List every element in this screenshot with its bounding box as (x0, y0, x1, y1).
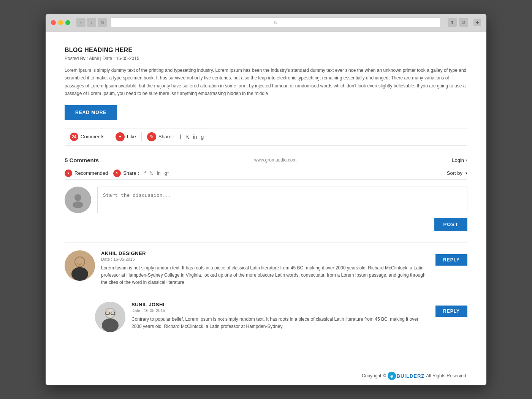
like-social-item[interactable]: ♥ Like (110, 132, 142, 141)
reply-button-2[interactable]: REPLY (435, 306, 467, 317)
address-bar[interactable]: ↻ (111, 17, 441, 27)
commenter-date-2: Date : 16-05-2015 (131, 308, 429, 313)
comment-text-1: Lorem Ipsum is not simply random text. I… (101, 264, 429, 287)
discussion-textarea[interactable] (97, 187, 467, 213)
share-social-item: ↻ Share : f 𝕏 in g⁺ (142, 132, 212, 141)
footer-rights: All Rights Reserved. (426, 373, 467, 378)
comment-input-box: POST (97, 187, 467, 231)
browser-actions: ⬆ ⧉ (448, 18, 468, 27)
page-footer: Copyright © e BUILDERZ All Rights Reserv… (46, 366, 486, 385)
browser-dots (51, 20, 70, 25)
minimize-dot[interactable] (58, 20, 63, 25)
heart-icon: ♥ (116, 132, 125, 141)
share-icon: ↻ (147, 132, 156, 141)
close-dot[interactable] (51, 20, 56, 25)
commenter2-avatar-image (95, 302, 125, 332)
read-more-button[interactable]: READ MORE (65, 105, 117, 120)
blog-heading: BLOG HEADING HERE (65, 47, 467, 54)
comment-entry-2: SUNIL JOSHI Date : 16-05-2015 Contrary t… (65, 294, 467, 340)
toolbar-googleplus-icon[interactable]: g⁺ (165, 171, 169, 176)
svg-point-4 (71, 267, 88, 281)
recommended-item[interactable]: ♥ Recommended (65, 169, 108, 177)
recommended-label: Recommended (74, 170, 108, 176)
linkedin-icon[interactable]: in (193, 134, 197, 140)
maximize-dot[interactable] (65, 20, 70, 25)
sort-by-dropdown[interactable]: Sort by ▾ (447, 170, 467, 176)
post-btn-row: POST (97, 218, 467, 231)
commenter-avatar-2 (95, 302, 125, 332)
brand-logo: e BUILDERZ (388, 372, 425, 380)
share-action-button[interactable]: ⬆ (448, 18, 457, 27)
svg-point-8 (102, 318, 119, 332)
svg-point-1 (73, 201, 83, 208)
tab-button[interactable]: ⊡ (98, 18, 107, 27)
comment-entry-1: AKHIL DESIGNER Date : 16-05-2015 Lorem I… (65, 242, 467, 294)
comment-text-2: Contrary to popular belief, Lorem Ipsum … (131, 316, 429, 330)
new-tab-button[interactable]: + (473, 19, 481, 26)
sort-by-label: Sort by (447, 170, 462, 176)
svg-point-5 (75, 257, 84, 266)
commenter1-avatar-image (65, 250, 95, 281)
comments-toolbar: ♥ Recommended ↻ Share : f 𝕏 in g⁺ (65, 167, 467, 180)
share-label: Share : (158, 134, 174, 139)
toolbar-share-label: Share : (123, 170, 139, 176)
comments-header: 5 Comments www.gromaudio.com Login ▾ (65, 157, 467, 163)
googleplus-icon[interactable]: g⁺ (201, 134, 206, 140)
blog-post: BLOG HEADING HERE Posted By : Akhil | Da… (65, 47, 467, 128)
comments-label: Comments (81, 134, 104, 139)
brand-name: BUILDERZ (397, 373, 425, 379)
blog-body: Lorem Ipsum is simply dummy text of the … (65, 66, 467, 98)
bookmark-button[interactable]: ⧉ (459, 18, 468, 27)
comment-input-row: POST (65, 187, 467, 231)
toolbar-share-item: ↻ Share : f 𝕏 in g⁺ (113, 169, 169, 177)
toolbar-facebook-icon[interactable]: f (144, 171, 146, 176)
comment-body-col-2: SUNIL JOSHI Date : 16-05-2015 Contrary t… (131, 302, 429, 330)
footer-copyright: Copyright © (362, 373, 386, 378)
post-button[interactable]: POST (434, 218, 467, 231)
reply-button-1[interactable]: REPLY (435, 254, 467, 266)
comments-count: 5 Comments (65, 157, 99, 163)
user-avatar-placeholder (65, 187, 91, 213)
page-content: BLOG HEADING HERE Posted By : Akhil | Da… (46, 32, 486, 366)
browser-nav: ‹ › ⊡ (76, 18, 107, 27)
commenter-date-1: Date : 16-05-2015 (101, 257, 429, 261)
browser-titlebar: ‹ › ⊡ ↻ ⬆ ⧉ + (46, 14, 486, 32)
commenter-name-2: SUNIL JOSHI (131, 302, 429, 307)
commenter-name-1: AKHIL DESIGNER (101, 250, 429, 256)
comments-site-url: www.gromaudio.com (99, 157, 452, 163)
svg-point-0 (74, 194, 81, 201)
comment-body-col-1: AKHIL DESIGNER Date : 16-05-2015 Lorem I… (101, 250, 429, 287)
twitter-icon[interactable]: 𝕏 (185, 134, 189, 140)
commenter-avatar-1 (65, 250, 95, 281)
login-arrow-icon: ▾ (466, 158, 467, 162)
recommended-heart-icon: ♥ (65, 169, 72, 177)
facebook-icon[interactable]: f (180, 134, 181, 140)
toolbar-social-icons: f 𝕏 in g⁺ (144, 171, 169, 176)
back-button[interactable]: ‹ (76, 18, 86, 27)
forward-button[interactable]: › (87, 18, 96, 27)
browser-window: ‹ › ⊡ ↻ ⬆ ⧉ + BLOG HEADING HERE Posted B… (46, 14, 486, 385)
comments-section: 5 Comments www.gromaudio.com Login ▾ ♥ R… (65, 157, 467, 340)
toolbar-share-icon: ↻ (113, 169, 121, 177)
toolbar-linkedin-icon[interactable]: in (157, 171, 160, 176)
toolbar-twitter-icon[interactable]: 𝕏 (149, 171, 153, 176)
toolbar-left: ♥ Recommended ↻ Share : f 𝕏 in g⁺ (65, 169, 169, 177)
brand-icon: e (388, 372, 396, 380)
social-icons-row: f 𝕏 in g⁺ (180, 134, 207, 140)
comments-social-item[interactable]: 24 Comments (65, 133, 110, 141)
blog-meta: Posted By : Akhil | Date : 16-05-2015 (65, 56, 467, 61)
user-silhouette-icon (69, 191, 87, 209)
comments-badge: 24 (70, 133, 78, 141)
sort-by-arrow-icon: ▾ (466, 171, 467, 175)
social-bar: 24 Comments ♥ Like ↻ Share : f 𝕏 in g⁺ (65, 128, 467, 146)
like-label: Like (127, 134, 136, 139)
login-button[interactable]: Login ▾ (452, 157, 467, 163)
login-label: Login (452, 157, 464, 163)
